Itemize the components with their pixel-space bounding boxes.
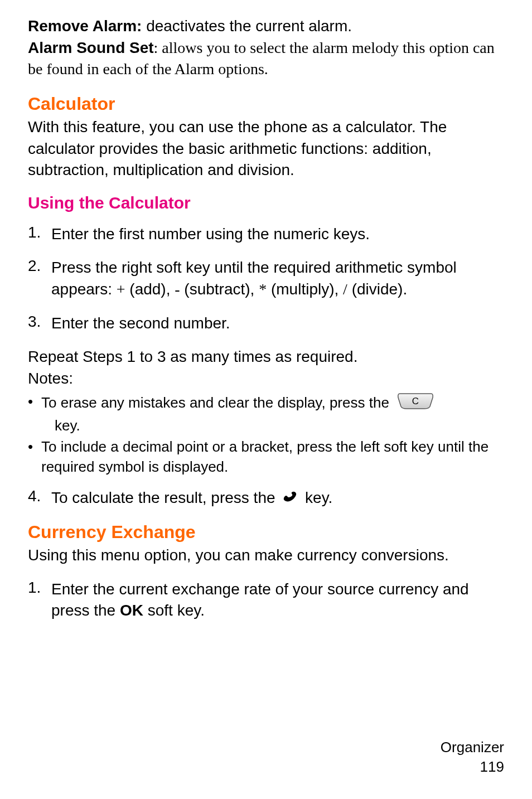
step-number: 4. [28, 487, 51, 510]
currency-exchange-heading: Currency Exchange [28, 522, 504, 543]
c-key-icon: C [396, 392, 434, 415]
calculator-description: With this feature, you can use the phone… [28, 117, 504, 181]
step-3: 3. Enter the second number. [28, 313, 504, 335]
remove-alarm-desc: deactivates the current alarm. [146, 17, 352, 35]
bullet-text-cont: key. [55, 416, 504, 436]
step-text: Enter the current exchange rate of your … [51, 579, 504, 622]
step-4: 4. To calculate the result, press the ke… [28, 487, 504, 510]
currency-step-1: 1. Enter the current exchange rate of yo… [28, 579, 504, 622]
bullet-text: To erase any mistakes and clear the disp… [41, 392, 504, 415]
bullet-1: • To erase any mistakes and clear the di… [28, 392, 504, 415]
notes-label: Notes: [28, 368, 504, 390]
step-1: 1. Enter the first number using the nume… [28, 224, 504, 245]
bullet-marker: • [28, 437, 41, 457]
alarm-sound-set-label: Alarm Sound Set [28, 39, 154, 56]
page-footer: Organizer 119 [441, 738, 504, 777]
call-key-icon [282, 488, 298, 510]
calculator-heading: Calculator [28, 94, 504, 114]
step-text: Enter the second number. [51, 313, 504, 335]
step-number: 1. [28, 224, 51, 245]
page-number: 119 [441, 757, 504, 777]
step-text: To calculate the result, press the key. [51, 487, 504, 510]
bullet-marker: • [28, 392, 41, 412]
bullet-1-cont: key. [28, 416, 504, 436]
step-number: 2. [28, 257, 51, 300]
remove-alarm-paragraph: Remove Alarm: deactivates the current al… [28, 16, 504, 80]
using-calculator-heading: Using the Calculator [28, 193, 504, 212]
section-name: Organizer [441, 738, 504, 757]
remove-alarm-label: Remove Alarm: [28, 17, 146, 35]
currency-exchange-description: Using this menu option, you can make cur… [28, 545, 504, 566]
step-text: Enter the first number using the numeric… [51, 224, 504, 245]
step-text: Press the right soft key until the requi… [51, 257, 504, 300]
svg-text:C: C [412, 396, 419, 406]
bullet-text: To include a decimal point or a bracket,… [41, 437, 504, 477]
step-number: 1. [28, 579, 51, 622]
repeat-note: Repeat Steps 1 to 3 as many times as req… [28, 346, 504, 368]
step-2: 2. Press the right soft key until the re… [28, 257, 504, 300]
bullet-2: • To include a decimal point or a bracke… [28, 437, 504, 477]
step-number: 3. [28, 313, 51, 335]
